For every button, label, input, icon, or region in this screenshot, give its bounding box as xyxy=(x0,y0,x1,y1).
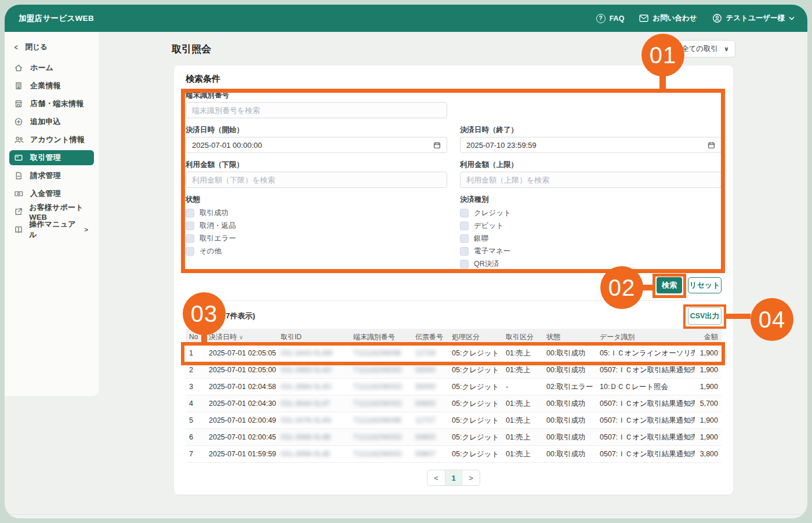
table-cell: 59000 xyxy=(412,366,448,374)
sidebar-item-card[interactable]: 取引管理 xyxy=(9,150,94,165)
sidebar: < 閉じる ホーム 企業情報 店舗・端末情報 追加申込 アカウント情報 取引管理… xyxy=(5,32,99,396)
table-cell: 05:クレジット xyxy=(448,416,502,426)
table-cell: 59600 xyxy=(412,433,448,441)
sidebar-item-plus-circle[interactable]: 追加申込 xyxy=(9,114,94,129)
table-cell: 1,900 xyxy=(695,416,722,424)
column-header: データ識別 xyxy=(596,332,695,342)
table-cell: 031-3476-0L4N xyxy=(277,416,350,424)
contact-link[interactable]: お問い合わせ xyxy=(639,13,697,23)
column-header[interactable]: 決済日時∨ xyxy=(205,332,277,342)
table-cell: 0507:ＩＣオン取引結果通知売上 xyxy=(596,416,695,426)
column-header: 状態 xyxy=(543,332,596,342)
plus-circle-icon xyxy=(14,117,24,126)
user-menu[interactable]: テストユーザー様 xyxy=(712,13,795,23)
chevron-left-icon: < xyxy=(14,43,18,52)
table-cell: 4 xyxy=(186,399,205,408)
table-cell: 1,900 xyxy=(695,433,722,441)
sidebar-collapse-button[interactable]: < 閉じる xyxy=(5,40,99,60)
sidebar-item-home[interactable]: ホーム xyxy=(9,60,94,75)
table-cell: 031-3983-0L4O xyxy=(277,366,350,374)
column-header: 処理区分 xyxy=(448,332,502,342)
table-cell: 0507:ＩＣオン取引結果通知売上 xyxy=(596,365,695,375)
table-cell: 00:取引成功 xyxy=(543,433,596,442)
page-title: 取引照会 xyxy=(172,42,211,56)
brand-title: 加盟店サービスWEB xyxy=(19,13,94,24)
chevron-down-icon: ∨ xyxy=(724,45,729,53)
table-cell: 05:クレジット xyxy=(448,449,502,459)
table-cell: 5,700 xyxy=(695,399,722,408)
table-cell: 031-3956-0L4E xyxy=(277,450,350,458)
column-header: 端末識別番号 xyxy=(350,332,412,342)
table-cell: T1111620600O xyxy=(350,433,412,441)
table-row[interactable]: 52025-07-01 02:00:49031-3476-0L4NT111162… xyxy=(186,412,722,429)
document-icon xyxy=(14,171,24,180)
users-icon xyxy=(14,135,24,144)
table-cell: 01:売上 xyxy=(502,416,543,426)
table-cell: 3,800 xyxy=(695,450,722,458)
sidebar-item-users[interactable]: アカウント情報 xyxy=(9,132,94,147)
sidebar-item-book[interactable]: 操作マニュアル > xyxy=(9,222,94,237)
table-cell: 01:売上 xyxy=(502,365,543,375)
money-icon xyxy=(14,189,24,198)
table-cell: 01:売上 xyxy=(502,399,543,409)
table-cell: 2 xyxy=(186,366,205,374)
top-bar: 加盟店サービスWEB ? FAQ お問い合わせ テストユーザー様 xyxy=(5,5,807,32)
callout-1-badge: 01 xyxy=(641,34,684,77)
table-cell: 10:ＤＣＣレート照会 xyxy=(596,382,695,392)
app-window: 加盟店サービスWEB ? FAQ お問い合わせ テストユーザー様 < 閉じる ホ… xyxy=(5,5,807,518)
table-cell: 3 xyxy=(186,383,205,391)
store-icon xyxy=(14,99,24,108)
table-cell: T1111620600O xyxy=(350,366,412,374)
table-cell: 031-3984-0L4O xyxy=(277,383,350,391)
sidebar-item-document[interactable]: 請求管理 xyxy=(9,168,94,183)
pagination-next-button[interactable]: > xyxy=(462,470,480,485)
table-cell: 00:取引成功 xyxy=(543,399,596,409)
reset-button[interactable]: リセット xyxy=(688,277,722,293)
external-link-icon xyxy=(14,207,23,216)
table-cell: 1,900 xyxy=(695,366,722,374)
table-row[interactable]: 42025-07-01 02:04:30031-3644-0L4TT111162… xyxy=(186,395,722,412)
table-cell: T1111620600O xyxy=(350,383,412,391)
table-cell: 05:クレジット xyxy=(448,382,502,392)
table-cell: 031-3644-0L4T xyxy=(277,399,350,408)
user-circle-icon xyxy=(712,13,722,23)
book-icon xyxy=(14,225,23,234)
table-row[interactable]: 72025-07-01 01:59:59031-3956-0L4ET111162… xyxy=(186,446,722,463)
table-cell: 2025-07-01 02:04:58 xyxy=(205,383,277,391)
table-cell: 0507:ＩＣオン取引結果通知売上 xyxy=(596,399,695,409)
table-cell: 00:取引成功 xyxy=(543,449,596,459)
table-row[interactable]: 62025-07-01 02:00:45031-3968-0L4BT111162… xyxy=(186,429,722,446)
section-divider xyxy=(186,300,722,301)
sidebar-item-building[interactable]: 企業情報 xyxy=(9,78,94,93)
pagination-page-1[interactable]: 1 xyxy=(445,470,462,485)
sidebar-item-money[interactable]: 入金管理 xyxy=(9,186,94,201)
table-cell: 12727 xyxy=(412,416,448,424)
table-cell: 2025-07-01 01:59:59 xyxy=(205,450,277,458)
sidebar-item-external-link[interactable]: お客様サポートWEB xyxy=(9,204,94,219)
callout-3-highlight-rect xyxy=(181,342,725,365)
table-cell: 59000 xyxy=(412,383,448,391)
table-cell: 59600 xyxy=(412,399,448,408)
table-cell: 6 xyxy=(186,433,205,441)
footer-strip xyxy=(5,514,807,518)
callout-1-highlight-rect xyxy=(181,89,725,273)
callout-3-badge: 03 xyxy=(183,292,226,335)
table-cell: 2025-07-01 02:05:00 xyxy=(205,366,277,374)
faq-link[interactable]: ? FAQ xyxy=(596,14,625,23)
callout-4-highlight-rect xyxy=(683,304,726,329)
table-cell: - xyxy=(502,383,543,391)
table-row[interactable]: 32025-07-01 02:04:58031-3984-0L4OT111162… xyxy=(186,379,722,395)
sidebar-item-store[interactable]: 店舗・端末情報 xyxy=(9,96,94,111)
table-cell: 2025-07-01 02:04:30 xyxy=(205,399,277,408)
column-header: 金額 xyxy=(695,332,722,342)
table-cell: 00:取引成功 xyxy=(543,365,596,375)
column-header: 伝票番号 xyxy=(412,332,448,342)
pagination-prev-button[interactable]: < xyxy=(427,470,445,485)
chevron-right-icon: > xyxy=(85,226,88,233)
table-cell: T1111620600O xyxy=(350,450,412,458)
building-icon xyxy=(14,81,24,90)
pagination: < 1 > xyxy=(427,470,480,486)
table-cell: 01:売上 xyxy=(502,433,543,442)
column-header: 取引ID xyxy=(277,332,350,342)
table-cell: 0507:ＩＣオン取引結果通知売上 xyxy=(596,433,695,442)
